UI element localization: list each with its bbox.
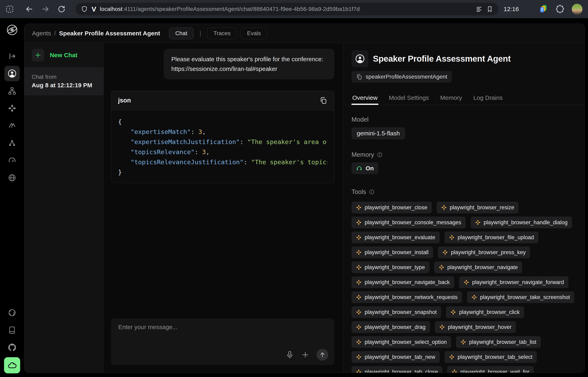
- extensions-cluster: [538, 3, 583, 15]
- breadcrumb-agents[interactable]: Agents: [32, 30, 51, 37]
- address-bar[interactable]: V localhost:4111/agents/speakerProfileAs…: [76, 3, 499, 15]
- tool-chip[interactable]: playwright_browser_snapshot: [352, 306, 441, 318]
- nav-traces-button[interactable]: Traces: [207, 27, 237, 39]
- breadcrumb-current: Speaker Profile Assessment Agent: [59, 30, 160, 37]
- new-chat-label: New Chat: [50, 52, 78, 59]
- nav-separator: |: [200, 30, 201, 37]
- send-button[interactable]: [317, 349, 328, 361]
- copy-code-icon[interactable]: [319, 96, 327, 105]
- tool-diamond-icon: [356, 294, 362, 300]
- memory-status-text: On: [366, 165, 374, 172]
- copy-id-icon[interactable]: [356, 73, 362, 80]
- tab-tiling-icon[interactable]: [5, 5, 14, 13]
- tool-chip[interactable]: playwright_browser_evaluate: [352, 232, 440, 243]
- app-header: Agents / Speaker Profile Assessment Agen…: [24, 24, 585, 43]
- tool-chip[interactable]: playwright_browser_close: [352, 202, 432, 213]
- tab-memory[interactable]: Memory: [439, 91, 463, 105]
- avatar[interactable]: [571, 3, 583, 15]
- memory-status-chip: On: [352, 163, 378, 174]
- tool-diamond-icon: [356, 279, 362, 285]
- new-chat-button[interactable]: New Chat: [24, 43, 103, 68]
- tool-chip[interactable]: playwright_browser_navigate: [434, 261, 522, 273]
- url-text[interactable]: localhost:4111/agents/speakerProfileAsse…: [100, 6, 472, 12]
- tool-chip[interactable]: playwright_browser_hover: [435, 321, 516, 333]
- puzzle-icon[interactable]: [555, 4, 565, 14]
- docs-icon[interactable]: [4, 322, 20, 338]
- github-icon[interactable]: [4, 340, 20, 355]
- shield-icon[interactable]: [81, 5, 88, 13]
- sidebar-item-agents[interactable]: [4, 66, 20, 81]
- attach-plus-icon[interactable]: [301, 351, 309, 359]
- tool-chip[interactable]: playwright_browser_type: [352, 261, 429, 273]
- tool-diamond-icon: [356, 205, 362, 210]
- tool-chip[interactable]: playwright_browser_navigate_forward: [459, 276, 568, 288]
- agent-tabs: Overview Model Settings Memory Log Drain…: [344, 91, 585, 105]
- rail-bottom-group: [4, 305, 20, 377]
- microphone-icon[interactable]: [286, 351, 294, 359]
- tab-model-settings[interactable]: Model Settings: [388, 91, 430, 105]
- globe-icon[interactable]: [4, 170, 20, 186]
- tool-chip[interactable]: playwright_browser_tab_close: [352, 366, 442, 373]
- tool-diamond-icon: [356, 369, 362, 373]
- docs-extension-icon[interactable]: [538, 4, 548, 14]
- tool-chip[interactable]: playwright_browser_click: [446, 306, 524, 318]
- sidebar-item-networks[interactable]: [4, 135, 20, 151]
- tool-chip[interactable]: playwright_browser_resize: [437, 202, 519, 213]
- app-panel: Agents / Speaker Profile Assessment Agen…: [24, 24, 585, 373]
- tool-chip[interactable]: playwright_browser_press_key: [438, 247, 530, 258]
- tool-chip[interactable]: playwright_browser_drag: [352, 321, 430, 333]
- nav-evals-button[interactable]: Evals: [241, 27, 267, 39]
- sidebar-item-workflows[interactable]: [4, 83, 20, 99]
- json-code-block: json { "expertiseMatch": 3, "expertiseMa…: [111, 91, 334, 183]
- tool-chip[interactable]: playwright_browser_handle_dialog: [471, 217, 572, 228]
- nav-rail: [0, 18, 24, 377]
- tool-diamond-icon: [356, 235, 362, 240]
- tool-diamond-icon: [475, 220, 481, 225]
- message-input[interactable]: [118, 324, 328, 349]
- url-host: localhost: [100, 6, 122, 12]
- sidebar-item-mcp[interactable]: [4, 118, 20, 133]
- user-message-bubble: Please evaluate this speaker's profile f…: [164, 49, 334, 79]
- bookmark-icon[interactable]: [486, 6, 493, 12]
- chat-item-label: Chat from: [32, 74, 96, 80]
- tool-diamond-icon: [356, 309, 362, 315]
- info-icon[interactable]: [377, 152, 383, 158]
- info-icon[interactable]: [369, 189, 375, 195]
- reload-icon[interactable]: [57, 5, 66, 13]
- sidebar-item-tools[interactable]: [4, 101, 20, 116]
- memory-section-label: Memory: [352, 151, 577, 158]
- tool-chip[interactable]: playwright_browser_file_upload: [444, 232, 538, 243]
- earth-icon[interactable]: [4, 305, 20, 320]
- browser-logo-icon: V: [92, 6, 96, 12]
- nav-chat-button[interactable]: Chat: [169, 27, 193, 39]
- tab-log-drains[interactable]: Log Drains: [473, 91, 503, 105]
- cloud-icon[interactable]: [4, 357, 20, 373]
- tool-diamond-icon: [450, 309, 456, 315]
- sidebar-item-observability[interactable]: [4, 153, 20, 168]
- tab-overview[interactable]: Overview: [352, 91, 378, 105]
- tool-chip[interactable]: playwright_browser_console_messages: [352, 217, 466, 228]
- agent-id-text: speakerProfileAssessmentAgent: [366, 73, 447, 80]
- back-icon[interactable]: [25, 5, 33, 13]
- breadcrumb-separator: /: [54, 30, 56, 37]
- forward-icon[interactable]: [41, 5, 50, 13]
- tool-diamond-icon: [449, 354, 455, 360]
- collapse-sidebar-icon[interactable]: [4, 48, 20, 64]
- agent-id-chip[interactable]: speakerProfileAssessmentAgent: [352, 71, 452, 83]
- mastra-logo-icon[interactable]: [6, 24, 19, 36]
- tool-diamond-icon: [356, 249, 362, 255]
- user-message-row: Please evaluate this speaker's profile f…: [111, 49, 334, 79]
- reader-mode-icon[interactable]: [475, 5, 483, 13]
- chat-history-item[interactable]: Chat from Aug 8 at 12:12:19 PM: [24, 68, 103, 95]
- tool-chip[interactable]: playwright_browser_take_screenshot: [467, 291, 575, 303]
- tool-chip[interactable]: playwright_browser_tab_list: [456, 336, 541, 348]
- tool-chip[interactable]: playwright_browser_install: [352, 247, 433, 258]
- tool-chip[interactable]: playwright_browser_tab_select: [444, 351, 537, 363]
- tool-chip[interactable]: playwright_browser_navigate_back: [352, 276, 454, 288]
- tool-chip[interactable]: playwright_browser_wait_for: [447, 366, 534, 373]
- code-block-header: json: [111, 91, 334, 110]
- tool-diamond-icon: [452, 369, 457, 373]
- tool-chip[interactable]: playwright_browser_select_option: [352, 336, 451, 348]
- tool-chip[interactable]: playwright_browser_tab_new: [352, 351, 440, 363]
- tool-chip[interactable]: playwright_browser_network_requests: [352, 291, 462, 303]
